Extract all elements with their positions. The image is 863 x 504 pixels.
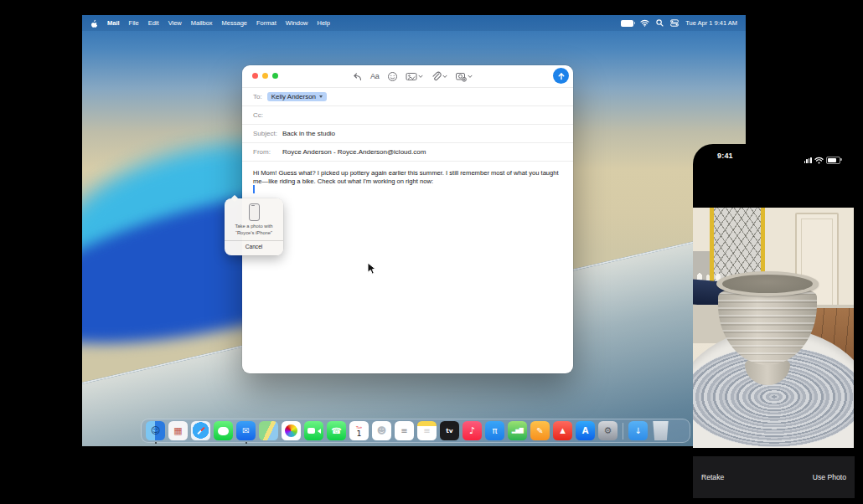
from-field[interactable]: From: Royce Anderson - Royce.Anderson@ic… — [242, 143, 573, 162]
dock-mail-icon[interactable]: ✉ — [236, 421, 256, 440]
subject-label: Subject: — [253, 130, 277, 137]
from-label: From: — [253, 148, 277, 156]
dock-divider — [623, 423, 623, 440]
menu-item-format[interactable]: Format — [256, 19, 276, 27]
cc-field[interactable]: Cc: — [242, 106, 573, 125]
mac-desktop: Mail File Edit View Mailbox Message Form… — [82, 15, 746, 446]
menu-bar: Mail File Edit View Mailbox Message Form… — [82, 15, 746, 31]
menu-item-file[interactable]: File — [129, 19, 139, 27]
dock-downloads-icon[interactable]: ↓ — [628, 421, 648, 440]
dock-trash-icon[interactable] — [651, 421, 670, 440]
dock-appletv-icon[interactable]: tv — [440, 421, 459, 440]
dock-appstore-icon[interactable]: A — [576, 421, 595, 440]
dock-music-icon[interactable]: ♪ — [463, 421, 482, 440]
control-center-icon[interactable] — [670, 19, 679, 27]
popup-title-line2: “Royce’s iPhone” — [225, 230, 283, 237]
mouse-pointer — [367, 262, 376, 279]
insert-from-iphone-button[interactable] — [455, 71, 473, 82]
attach-button[interactable] — [431, 71, 447, 82]
recipient-token[interactable]: Kelly Anderson — [267, 92, 327, 102]
minimize-button[interactable] — [262, 73, 268, 79]
close-button[interactable] — [252, 73, 258, 79]
dock-launchpad-icon[interactable]: ▦ — [168, 421, 188, 440]
apple-menu-icon[interactable] — [90, 18, 98, 28]
cc-label: Cc: — [253, 111, 263, 119]
menu-item-window[interactable]: Window — [286, 19, 308, 27]
use-photo-button[interactable]: Use Photo — [813, 473, 846, 481]
iphone-outline-icon — [249, 203, 260, 221]
dock-reminders-icon[interactable]: ≡ — [395, 421, 414, 440]
recipient-chevron-icon — [319, 95, 323, 98]
dock-pages-icon[interactable]: ✎ — [530, 421, 550, 440]
dock-numbers-icon[interactable]: ▂▅▇ — [508, 421, 527, 440]
send-button[interactable] — [553, 68, 569, 84]
iphone-camera-panel: 9:41 Retake Use Photo — [693, 144, 863, 504]
dock-contacts-icon[interactable]: ☻ — [372, 421, 391, 440]
photo-browser-button[interactable] — [406, 71, 423, 82]
popup-title-line1: Take a photo with — [225, 224, 283, 230]
iphone-wifi-icon — [814, 152, 824, 167]
to-label: To: — [253, 93, 262, 100]
cancel-button[interactable]: Cancel — [225, 241, 283, 250]
cellular-signal-icon — [804, 157, 812, 163]
dock-finder-icon[interactable]: ☺ — [146, 421, 165, 440]
dock: ☺▦✉☎Tue1☻≡≡tv♪π▂▅▇✎▲A⚙↓ — [141, 419, 690, 443]
menu-item-mailbox[interactable]: Mailbox — [191, 19, 213, 27]
dock-facetime-icon[interactable] — [304, 421, 323, 440]
dock-notes-icon[interactable]: ≡ — [417, 421, 437, 440]
undo-button[interactable] — [352, 71, 363, 82]
iphone-battery-icon — [826, 157, 840, 164]
dock-phone-icon[interactable]: ☎ — [327, 421, 346, 440]
to-field[interactable]: To: Kelly Anderson — [242, 88, 573, 106]
dock-photos-icon[interactable] — [282, 421, 301, 440]
zoom-button[interactable] — [272, 73, 278, 79]
wifi-icon[interactable] — [640, 19, 649, 27]
menu-item-edit[interactable]: Edit — [148, 19, 159, 27]
spotlight-search-icon[interactable] — [656, 19, 664, 27]
dock-rocket-icon[interactable]: ▲ — [553, 421, 572, 440]
menu-item-help[interactable]: Help — [317, 19, 329, 27]
recipient-name: Kelly Anderson — [271, 93, 316, 100]
mail-compose-window: Aa — [242, 65, 573, 373]
menu-item-view[interactable]: View — [168, 19, 182, 27]
subject-value: Back in the studio — [282, 130, 335, 137]
dock-keynote-icon[interactable]: π — [485, 421, 504, 440]
dock-safari-icon[interactable] — [191, 421, 210, 440]
menu-bar-clock[interactable]: Tue Apr 1 9:41 AM — [685, 19, 737, 27]
dock-settings-icon[interactable]: ⚙ — [598, 421, 618, 440]
text-caret — [253, 185, 255, 193]
from-value: Royce Anderson - Royce.Anderson@icloud.c… — [282, 148, 426, 156]
retake-button[interactable]: Retake — [701, 473, 724, 481]
emoji-button[interactable] — [387, 71, 398, 82]
dock-messages-icon[interactable] — [214, 421, 233, 440]
camera-action-bar: Retake Use Photo — [693, 456, 855, 498]
continuity-camera-popup: Take a photo with “Royce’s iPhone” Cance… — [225, 198, 283, 255]
dock-maps-icon[interactable] — [259, 421, 278, 440]
compose-titlebar[interactable]: Aa — [242, 65, 573, 88]
menu-item-app[interactable]: Mail — [107, 19, 120, 27]
message-body[interactable]: Hi Mom! Guess what? I picked up pottery … — [242, 162, 575, 186]
dock-calendar-icon[interactable]: Tue1 — [349, 421, 369, 440]
iphone-status-bar: 9:41 — [693, 152, 856, 162]
battery-icon[interactable] — [621, 20, 633, 27]
format-button[interactable]: Aa — [370, 72, 380, 80]
subject-field[interactable]: Subject: Back in the studio — [242, 125, 573, 143]
menu-item-message[interactable]: Message — [222, 19, 247, 27]
captured-photo-preview — [693, 208, 854, 448]
photo-pot-rim — [716, 271, 819, 296]
iphone-clock: 9:41 — [717, 152, 733, 160]
